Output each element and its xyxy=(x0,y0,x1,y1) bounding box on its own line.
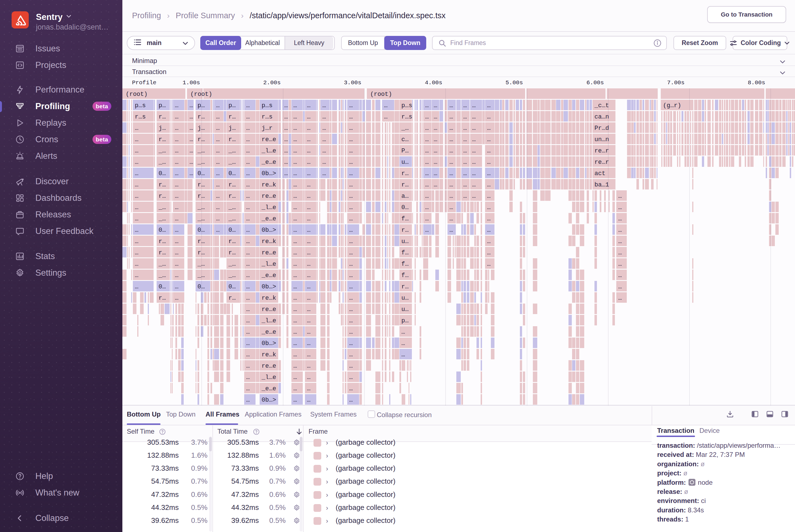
svg-text:…: … xyxy=(425,125,429,132)
svg-text:…: … xyxy=(349,193,353,200)
svg-text:…: … xyxy=(349,272,353,279)
svg-text:…: … xyxy=(349,102,353,109)
svg-text:…: … xyxy=(463,148,467,154)
svg-text:…: … xyxy=(294,215,297,222)
svg-text:_…: _… xyxy=(228,159,235,166)
svg-text:…: … xyxy=(294,397,297,403)
svg-text:ba…1: ba…1 xyxy=(594,182,609,188)
svg-text:…: … xyxy=(425,114,429,120)
svg-text:p…: p… xyxy=(158,102,166,109)
svg-text:…: … xyxy=(294,148,297,154)
svg-text:…: … xyxy=(175,170,178,177)
svg-text:…: … xyxy=(322,159,326,166)
svg-text:_…: _… xyxy=(401,125,409,132)
svg-text:…: … xyxy=(307,397,310,403)
svg-text:…: … xyxy=(246,227,250,234)
svg-text:…: … xyxy=(487,204,491,211)
svg-text:…: … xyxy=(425,102,429,109)
svg-text:…: … xyxy=(216,204,220,211)
svg-text:r…: r… xyxy=(158,182,166,188)
svg-text:…: … xyxy=(175,114,178,120)
svg-text:0…: 0… xyxy=(228,227,235,234)
svg-text:…: … xyxy=(175,136,178,143)
svg-text:…: … xyxy=(434,159,437,166)
svg-text:…: … xyxy=(246,204,250,211)
svg-text:…: … xyxy=(246,397,250,403)
svg-text:…: … xyxy=(246,193,250,200)
svg-text:…: … xyxy=(349,261,353,268)
svg-text:j…: j… xyxy=(228,125,235,132)
svg-text:…: … xyxy=(294,374,297,381)
svg-text:0…: 0… xyxy=(228,283,235,290)
svg-text:re…e: re…e xyxy=(262,306,276,313)
svg-text:act: act xyxy=(594,170,606,177)
svg-text:0…: 0… xyxy=(228,170,235,177)
svg-text:…: … xyxy=(450,148,453,154)
svg-text:…: … xyxy=(618,227,622,234)
svg-text:_l…e: _l…e xyxy=(261,204,276,211)
svg-text:_…: _… xyxy=(228,215,235,222)
svg-text:…: … xyxy=(322,170,326,177)
svg-text:_…: _… xyxy=(228,261,235,268)
svg-text:r…: r… xyxy=(197,193,205,200)
svg-text:…: … xyxy=(294,352,297,358)
svg-text:_c…t: _c…t xyxy=(594,102,609,109)
svg-text:…: … xyxy=(349,249,353,256)
svg-text:0b…>: 0b…> xyxy=(262,283,276,290)
svg-text:_e…e: _e…e xyxy=(261,329,276,336)
svg-text:_…: _… xyxy=(197,215,205,222)
svg-text:…: … xyxy=(246,170,250,177)
svg-text:…: … xyxy=(246,329,250,336)
svg-text:…: … xyxy=(246,148,250,154)
svg-text:…: … xyxy=(349,238,353,245)
svg-text:…: … xyxy=(401,329,405,336)
svg-text:…: … xyxy=(294,306,297,313)
svg-text:…: … xyxy=(175,182,178,188)
svg-text:…: … xyxy=(463,102,467,109)
svg-text:r…: r… xyxy=(228,193,235,200)
svg-text:0…: 0… xyxy=(197,170,205,177)
svg-text:…: … xyxy=(450,193,453,200)
svg-text:r…: r… xyxy=(228,114,235,120)
svg-text:r…: r… xyxy=(158,136,166,143)
svg-text:r…: r… xyxy=(228,238,235,245)
svg-text:…: … xyxy=(284,170,288,177)
svg-text:…: … xyxy=(284,159,288,166)
svg-text:…: … xyxy=(307,170,310,177)
svg-text:…: … xyxy=(487,102,491,109)
svg-text:…: … xyxy=(189,170,193,177)
svg-text:…: … xyxy=(284,114,288,120)
svg-text:…: … xyxy=(294,295,297,302)
svg-text:…: … xyxy=(216,170,220,177)
svg-text:u…: u… xyxy=(401,295,409,302)
svg-text:p…: p… xyxy=(401,317,409,324)
svg-text:re…e: re…e xyxy=(262,193,276,200)
svg-text:…: … xyxy=(246,374,250,381)
svg-text:…: … xyxy=(450,125,453,132)
svg-text:…: … xyxy=(175,215,178,222)
svg-text:…: … xyxy=(618,193,622,200)
svg-text:…: … xyxy=(246,340,250,347)
svg-text:…: … xyxy=(349,136,353,143)
svg-text:…: … xyxy=(349,148,353,154)
svg-text:…: … xyxy=(294,249,297,256)
svg-text:_l…e: _l…e xyxy=(261,374,276,381)
svg-text:…: … xyxy=(307,159,310,166)
svg-text:…: … xyxy=(216,114,220,120)
svg-text:…: … xyxy=(487,215,491,222)
svg-text:(root): (root) xyxy=(190,91,212,98)
svg-text:_e…e: _e…e xyxy=(261,215,276,222)
svg-text:r…: r… xyxy=(401,170,409,177)
svg-text:_l…e: _l…e xyxy=(261,148,276,154)
svg-text:…: … xyxy=(349,283,353,290)
svg-text:…: … xyxy=(463,193,467,200)
svg-text:re…r: re…r xyxy=(594,148,609,154)
svg-text:p…s: p…s xyxy=(262,102,273,109)
svg-text:…: … xyxy=(175,204,178,211)
svg-text:…: … xyxy=(246,238,250,245)
svg-text:…: … xyxy=(175,159,178,166)
svg-text:…: … xyxy=(294,283,297,290)
svg-text:…: … xyxy=(322,102,326,109)
svg-text:…: … xyxy=(307,317,310,324)
svg-text:…: … xyxy=(246,249,250,256)
